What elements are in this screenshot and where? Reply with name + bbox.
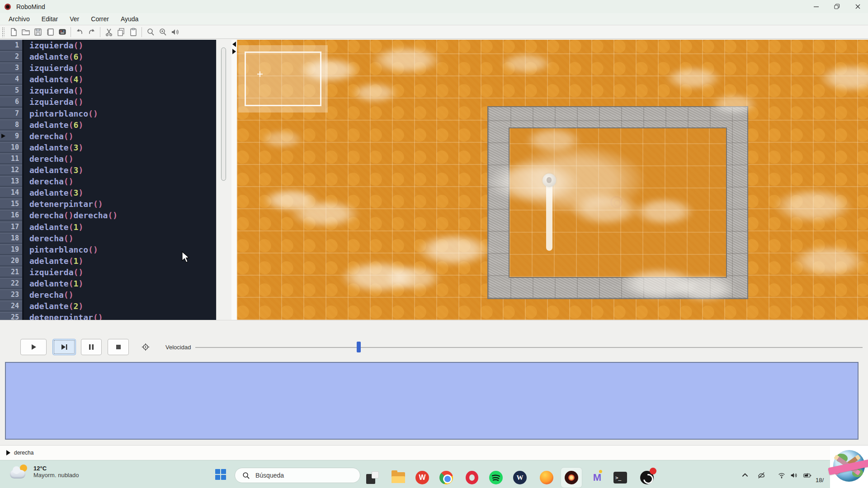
chevron-up-icon[interactable] bbox=[740, 471, 750, 479]
code-line[interactable]: 25detenerpintar() bbox=[0, 312, 216, 320]
play-button[interactable] bbox=[20, 339, 47, 355]
code-line[interactable]: 7pintarblanco() bbox=[0, 108, 216, 119]
taskbar-app-obs[interactable] bbox=[637, 468, 657, 488]
code-text[interactable]: adelante(2) bbox=[24, 300, 83, 312]
code-line[interactable]: 24adelante(2) bbox=[0, 300, 216, 312]
world-view[interactable] bbox=[237, 40, 868, 320]
code-text[interactable]: derecha()derecha() bbox=[24, 210, 118, 221]
expand-right-icon[interactable] bbox=[232, 49, 236, 54]
speed-slider-thumb[interactable] bbox=[357, 342, 361, 352]
code-line[interactable]: 4adelante(4) bbox=[0, 74, 216, 85]
code-line[interactable]: 10adelante(3) bbox=[0, 142, 216, 153]
taskbar-app-opera[interactable] bbox=[462, 468, 482, 488]
close-button[interactable] bbox=[847, 0, 868, 13]
code-line[interactable]: 11derecha() bbox=[0, 153, 216, 164]
cut-icon[interactable] bbox=[103, 26, 115, 38]
code-text[interactable]: adelante(1) bbox=[24, 221, 83, 233]
code-line[interactable]: 18derecha() bbox=[0, 233, 216, 244]
taskbar-app-robomind[interactable] bbox=[561, 468, 582, 488]
code-line[interactable]: 5izquierda() bbox=[0, 85, 216, 96]
clock-text[interactable]: 18/ bbox=[816, 477, 824, 483]
copy-icon[interactable] bbox=[115, 26, 127, 38]
code-text[interactable]: derecha() bbox=[24, 176, 74, 187]
code-text[interactable]: izquierda() bbox=[24, 96, 83, 108]
code-text[interactable]: adelante(4) bbox=[24, 74, 83, 85]
status-expand-icon[interactable] bbox=[6, 450, 10, 455]
code-text[interactable]: detenerpintar() bbox=[24, 198, 103, 210]
code-line[interactable]: 15detenerpintar() bbox=[0, 198, 216, 210]
code-line[interactable]: 2adelante(6) bbox=[0, 51, 216, 62]
paste-icon[interactable] bbox=[127, 26, 139, 38]
code-text[interactable]: izquierda() bbox=[24, 85, 83, 96]
code-text[interactable]: izquierda() bbox=[24, 40, 83, 51]
code-text[interactable]: adelante(6) bbox=[24, 119, 83, 131]
code-line[interactable]: 9derecha() bbox=[0, 131, 216, 142]
code-line[interactable]: 12adelante(3) bbox=[0, 164, 216, 176]
code-line[interactable]: 17adelante(1) bbox=[0, 221, 216, 233]
taskbar-app-wps-office[interactable]: W bbox=[412, 468, 433, 488]
code-text[interactable]: izquierda() bbox=[24, 267, 83, 278]
taskbar-app-chrome[interactable] bbox=[436, 468, 457, 488]
taskbar-app-w-media[interactable]: W bbox=[509, 468, 530, 488]
weather-widget[interactable]: 12°C Mayorm. nublado bbox=[10, 464, 79, 479]
code-line[interactable]: 8adelante(6) bbox=[0, 119, 216, 131]
step-button[interactable] bbox=[52, 339, 76, 355]
menu-item-editar[interactable]: Editar bbox=[37, 14, 63, 24]
wifi-icon[interactable] bbox=[777, 471, 787, 479]
code-text[interactable]: derecha() bbox=[24, 233, 74, 244]
taskbar-app-m-app[interactable]: M bbox=[587, 468, 608, 488]
taskbar-search[interactable]: Búsqueda bbox=[235, 468, 360, 483]
code-line[interactable]: 3izquierda() bbox=[0, 62, 216, 74]
menu-item-ver[interactable]: Ver bbox=[65, 14, 84, 24]
world-book-icon[interactable] bbox=[44, 26, 56, 38]
pause-button[interactable] bbox=[81, 339, 102, 355]
panel-splitter[interactable] bbox=[231, 40, 237, 320]
remote-control-icon[interactable] bbox=[56, 26, 68, 38]
taskbar-app-spotify[interactable] bbox=[486, 468, 506, 488]
code-text[interactable]: adelante(3) bbox=[24, 164, 83, 176]
editor-scrollbar-thumb[interactable] bbox=[221, 47, 226, 181]
start-button[interactable] bbox=[215, 469, 226, 480]
taskbar-app-task-view[interactable] bbox=[362, 468, 383, 488]
code-text[interactable]: derecha() bbox=[24, 131, 74, 142]
menu-item-archivo[interactable]: Archivo bbox=[4, 14, 35, 24]
code-line[interactable]: 13derecha() bbox=[0, 176, 216, 187]
code-text[interactable]: adelante(6) bbox=[24, 51, 83, 62]
new-file-icon[interactable] bbox=[7, 26, 19, 38]
code-text[interactable]: detenerpintar() bbox=[24, 312, 103, 320]
code-line[interactable]: 21izquierda() bbox=[0, 267, 216, 278]
cloud-off-icon[interactable] bbox=[756, 471, 766, 479]
code-text[interactable]: derecha() bbox=[24, 289, 74, 300]
redo-icon[interactable] bbox=[85, 26, 98, 38]
code-line[interactable]: 23derecha() bbox=[0, 289, 216, 300]
volume-icon[interactable] bbox=[789, 471, 799, 479]
collapse-left-icon[interactable] bbox=[232, 42, 236, 47]
code-text[interactable]: izquierda() bbox=[24, 62, 83, 74]
code-line[interactable]: 14adelante(3) bbox=[0, 187, 216, 198]
code-text[interactable]: pintarblanco() bbox=[24, 108, 98, 119]
taskbar-app-firefox[interactable] bbox=[536, 468, 557, 488]
taskbar-app-terminal[interactable]: >_ bbox=[610, 468, 631, 488]
battery-icon[interactable] bbox=[802, 471, 812, 479]
code-line[interactable]: 1izquierda() bbox=[0, 40, 216, 51]
open-folder-icon[interactable] bbox=[19, 26, 32, 38]
code-line[interactable]: 22adelante(1) bbox=[0, 278, 216, 289]
toolbar-drag-handle[interactable] bbox=[2, 27, 5, 37]
code-text[interactable]: adelante(3) bbox=[24, 187, 83, 198]
menu-item-ayuda[interactable]: Ayuda bbox=[116, 14, 143, 24]
save-icon[interactable] bbox=[32, 26, 44, 38]
code-text[interactable]: derecha() bbox=[24, 153, 74, 164]
taskbar-app-file-explorer[interactable] bbox=[388, 468, 409, 488]
code-editor[interactable]: 1izquierda()2adelante(6)3izquierda()4ade… bbox=[0, 40, 216, 320]
code-text[interactable]: pintarblanco() bbox=[24, 244, 98, 255]
speed-slider-track[interactable] bbox=[195, 347, 863, 348]
editor-scrollbar[interactable] bbox=[216, 40, 231, 320]
undo-icon[interactable] bbox=[73, 26, 85, 38]
stop-button[interactable] bbox=[108, 339, 129, 355]
menu-item-correr[interactable]: Correr bbox=[86, 14, 114, 24]
code-text[interactable]: adelante(1) bbox=[24, 255, 83, 267]
find-next-icon[interactable] bbox=[156, 26, 169, 38]
code-line[interactable]: 6izquierda() bbox=[0, 96, 216, 108]
find-icon[interactable] bbox=[144, 26, 156, 38]
code-text[interactable]: adelante(3) bbox=[24, 142, 83, 153]
